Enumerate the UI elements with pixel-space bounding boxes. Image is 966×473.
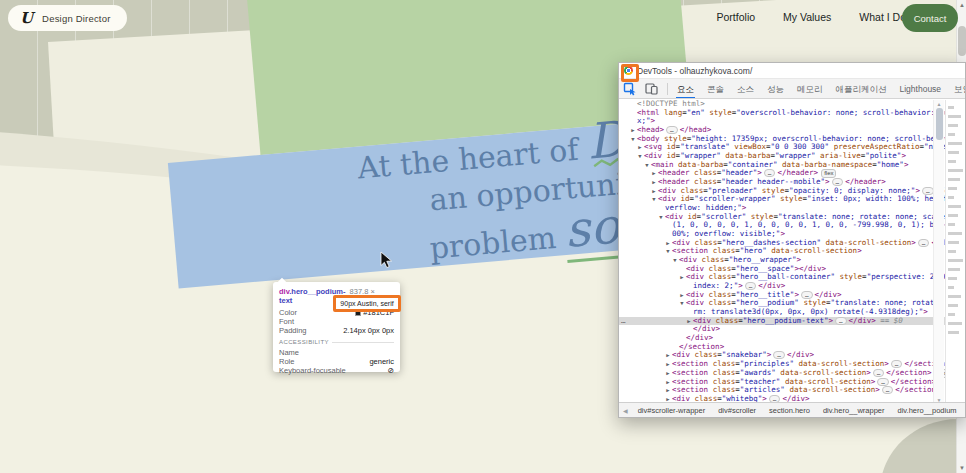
- contact-button[interactable]: Contact: [902, 4, 958, 32]
- device-toolbar-icon[interactable]: [645, 82, 659, 96]
- devtools-breadcrumbs: ◀ div#scroller-wrapperdiv#scrollersectio…: [619, 402, 965, 417]
- expand-arrow-icon[interactable]: ▶: [685, 317, 693, 326]
- breadcrumb-item-4[interactable]: div.hero__podium: [895, 405, 960, 416]
- devtools-tab-7[interactable]: 보안: [953, 79, 965, 99]
- elements-tree[interactable]: <!DOCTYPE html><html lang="en" style="ov…: [619, 100, 946, 404]
- site-logo[interactable]: U Design Director: [8, 5, 127, 31]
- expand-arrow-icon[interactable]: ▶: [664, 360, 672, 369]
- elements-scrollbar-thumb[interactable]: [936, 108, 943, 140]
- devtools-tab-5[interactable]: 애플리케이션: [835, 79, 888, 99]
- breadcrumb-item-2[interactable]: section.hero: [766, 405, 813, 416]
- expand-arrow-icon[interactable]: ▶: [650, 187, 658, 196]
- logo-u-icon: U: [20, 9, 33, 27]
- tooltip-accessibility-section: ACCESSIBILITY: [279, 339, 394, 345]
- expand-arrow-icon[interactable]: ▶: [650, 169, 658, 178]
- expand-arrow-icon[interactable]: ▼: [657, 213, 665, 222]
- devtools-titlebar[interactable]: DevTools - olhauzhykova.com/: [619, 63, 965, 79]
- page: At the heart of Design an opportunity to…: [0, 0, 966, 473]
- devtools-tab-2[interactable]: 소스: [736, 79, 755, 99]
- nav-item-0[interactable]: Portfolio: [717, 11, 756, 23]
- nav-item-2[interactable]: What I Do: [859, 11, 906, 23]
- expand-arrow-icon[interactable]: ▼: [636, 152, 644, 161]
- elements-scrollbar[interactable]: ▲ ▼: [933, 100, 944, 404]
- tooltip-a11y-row: Name: [279, 348, 394, 357]
- tooltip-a11y-row: Rolegeneric: [279, 357, 394, 366]
- expand-arrow-icon[interactable]: ▶: [664, 351, 672, 360]
- scroll-up-icon[interactable]: ▲: [957, 2, 966, 8]
- elements-tree-row[interactable]: x;">: [619, 117, 946, 126]
- expand-arrow-icon[interactable]: ▼: [678, 299, 686, 308]
- devtools-tab-0[interactable]: 요소: [676, 79, 695, 99]
- elements-tree-row-selected[interactable]: …▶<div class="hero__podium-text">…</div>…: [619, 317, 946, 326]
- scrollbar-thumb[interactable]: [958, 26, 966, 56]
- breadcrumb-list: div#scroller-wrapperdiv#scrollersection.…: [635, 405, 965, 416]
- devtools-tab-1[interactable]: 콘솔: [706, 79, 725, 99]
- devtools-tab-4[interactable]: 메모리: [796, 79, 824, 99]
- inspect-annotation-highlight: [621, 79, 639, 82]
- devtools-tabbar: 요소콘솔소스성능메모리애플리케이션Lighthouse보안녹음기 ▲네트워크: [619, 79, 965, 99]
- breadcrumb-left-icon[interactable]: ◀: [623, 407, 628, 414]
- expand-arrow-icon[interactable]: ▶: [664, 239, 672, 248]
- expand-arrow-icon[interactable]: ▶: [664, 386, 672, 395]
- devtools-window: DevTools - olhauzhykova.com/ 요소콘솔소스성능메모리…: [618, 62, 966, 418]
- logo-label: Design Director: [42, 13, 110, 24]
- elements-tree-row[interactable]: <html lang="en" style="overscroll-behavi…: [619, 109, 946, 118]
- expand-arrow-icon[interactable]: ▶: [650, 178, 658, 187]
- expand-arrow-icon[interactable]: ▼: [671, 256, 679, 265]
- expand-arrow-icon[interactable]: ▶: [678, 291, 686, 300]
- devtools-tabs: 요소콘솔소스성능메모리애플리케이션Lighthouse보안녹음기 ▲네트워크: [676, 79, 965, 99]
- inspect-tooltip: div.hero__podium-text 837.8 × 541.19 Col…: [273, 282, 400, 372]
- tabbar-separator: [667, 83, 668, 95]
- breadcrumb-item-3[interactable]: div.hero__wrapper: [820, 405, 888, 416]
- devtools-tab-6[interactable]: Lighthouse: [899, 79, 943, 99]
- font-annotation-highlight: 90px Austin, serif: [333, 295, 401, 312]
- elements-scroll-up-icon[interactable]: ▲: [934, 101, 944, 107]
- elements-tree-row[interactable]: </div>: [619, 325, 946, 334]
- mouse-cursor-icon: [380, 251, 394, 269]
- expand-arrow-icon[interactable]: ▶: [629, 126, 637, 135]
- nav-item-1[interactable]: My Values: [783, 11, 831, 23]
- tooltip-font-row: Font: [279, 317, 394, 326]
- tooltip-a11y-rows: NameRolegenericKeyboard-focusable⊘: [279, 348, 394, 375]
- tooltip-selector-tag: div: [279, 287, 289, 296]
- devtools-title: DevTools - olhauzhykova.com/: [637, 66, 752, 76]
- main-nav: PortfolioMy ValuesWhat I Do: [717, 11, 906, 23]
- elements-tree-row[interactable]: </div>: [619, 334, 946, 343]
- expand-arrow-icon[interactable]: ▼: [643, 161, 651, 170]
- breadcrumb-item-1[interactable]: div#scroller: [715, 405, 759, 416]
- tooltip-a11y-row: Keyboard-focusable⊘: [279, 366, 394, 375]
- inspect-element-icon[interactable]: [623, 82, 637, 96]
- scroll-down-icon[interactable]: ▼: [957, 465, 966, 471]
- breadcrumb-item-0[interactable]: div#scroller-wrapper: [635, 405, 709, 416]
- expand-arrow-icon[interactable]: ▼: [664, 247, 672, 256]
- tooltip-padding-row: Padding 2.14px 0px 0px: [279, 326, 394, 335]
- devtools-tab-3[interactable]: 성능: [766, 79, 785, 99]
- expand-arrow-icon[interactable]: ▶: [636, 143, 644, 152]
- expand-arrow-icon[interactable]: ▼: [650, 195, 658, 204]
- elements-tree-row[interactable]: </section>: [619, 343, 946, 352]
- expand-arrow-icon[interactable]: ▶: [678, 273, 686, 282]
- expand-arrow-icon[interactable]: ▼: [629, 135, 637, 144]
- expand-arrow-icon[interactable]: ▶: [664, 369, 672, 378]
- expand-arrow-icon[interactable]: ▶: [664, 378, 672, 387]
- styles-pane-sliver: [945, 100, 965, 404]
